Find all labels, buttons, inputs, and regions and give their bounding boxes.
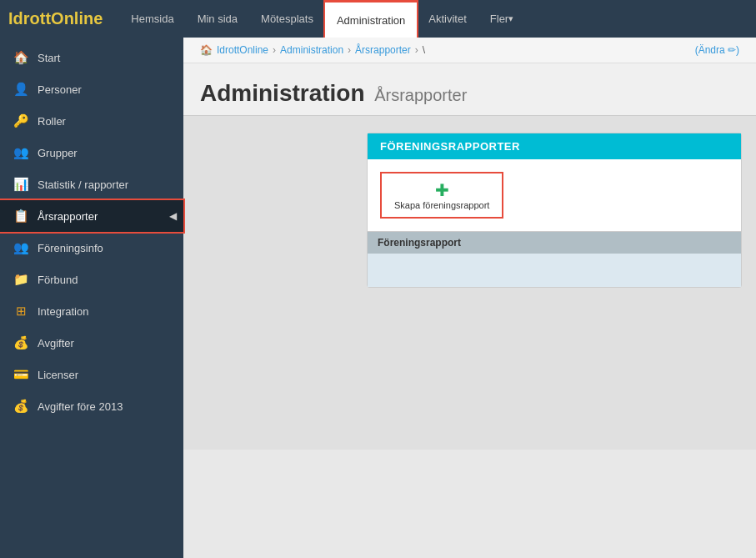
sidebar-item-personer[interactable]: 👤 Personer xyxy=(0,73,183,105)
avgifter2013-icon: 💰 xyxy=(13,399,29,414)
sidebar-label-statistik: Statistik / rapporter xyxy=(38,178,128,191)
panel-body: ✚ Skapa föreningsrapport xyxy=(368,159,741,231)
create-report-button[interactable]: ✚ Skapa föreningsrapport xyxy=(380,172,503,219)
forbund-icon: 📁 xyxy=(13,272,29,287)
sidebar-item-start[interactable]: 🏠 Start xyxy=(0,42,183,73)
main-content: 🏠 IdrottOnline › Administration › Årsrap… xyxy=(183,38,756,558)
nav-administration[interactable]: Administration xyxy=(325,0,417,38)
sidebar: 🏠 Start 👤 Personer 🔑 Roller 👥 Grupper 📊 … xyxy=(0,38,183,558)
breadcrumb: 🏠 IdrottOnline › Administration › Årsrap… xyxy=(200,44,425,56)
create-button-label: Skapa föreningsrapport xyxy=(394,200,489,210)
page-title: Administration xyxy=(200,80,365,106)
sidebar-item-foreningsinfo[interactable]: 👥 Föreningsinfo xyxy=(0,232,183,264)
breadcrumb-home-link[interactable]: IdrottOnline xyxy=(217,44,268,56)
breadcrumb-home-icon: 🏠 xyxy=(200,44,213,56)
statistik-icon: 📊 xyxy=(13,177,29,192)
home-icon: 🏠 xyxy=(13,50,29,65)
avgifter-icon: 💰 xyxy=(13,335,29,350)
nav-min-sida[interactable]: Min sida xyxy=(186,0,249,38)
page-header: Administration Årsrapporter xyxy=(183,63,756,116)
breadcrumb-current: \ xyxy=(423,44,425,56)
sidebar-item-roller[interactable]: 🔑 Roller xyxy=(0,105,183,137)
sidebar-item-forbund[interactable]: 📁 Förbund xyxy=(0,264,183,295)
content-area: FÖRENINGSRAPPORTER ✚ Skapa föreningsrapp… xyxy=(183,116,756,450)
integration-icon: ⊞ xyxy=(13,304,29,319)
licenser-icon: 💳 xyxy=(13,367,29,382)
panel-container: FÖRENINGSRAPPORTER ✚ Skapa föreningsrapp… xyxy=(367,133,742,288)
sidebar-item-statistik[interactable]: 📊 Statistik / rapporter xyxy=(0,168,183,200)
arsrapporter-icon: 📋 xyxy=(13,209,29,224)
nav-hemsida[interactable]: Hemsida xyxy=(119,0,185,38)
sidebar-item-avgifter-2013[interactable]: 💰 Avgifter före 2013 xyxy=(0,390,183,422)
sidebar-label-avgifter: Avgifter xyxy=(38,337,74,349)
sidebar-item-licenser[interactable]: 💳 Licenser xyxy=(0,359,183,390)
sidebar-label-avgifter-2013: Avgifter före 2013 xyxy=(38,400,123,413)
sidebar-label-licenser: Licenser xyxy=(38,369,78,381)
main-layout: 🏠 Start 👤 Personer 🔑 Roller 👥 Grupper 📊 … xyxy=(0,38,756,558)
grupper-icon: 👥 xyxy=(13,145,29,160)
plus-icon: ✚ xyxy=(394,180,489,200)
sidebar-label-personer: Personer xyxy=(38,83,82,96)
roller-icon: 🔑 xyxy=(13,113,29,128)
person-icon: 👤 xyxy=(13,82,29,97)
panel-header: FÖRENINGSRAPPORTER xyxy=(368,133,741,159)
nav-fler[interactable]: Fler xyxy=(478,0,525,38)
sidebar-item-avgifter[interactable]: 💰 Avgifter xyxy=(0,327,183,359)
breadcrumb-arsrapporter-link[interactable]: Årsrapporter xyxy=(355,44,411,56)
sidebar-label-integration: Integration xyxy=(38,305,88,318)
nav-items: Hemsida Min sida Mötesplats Administrati… xyxy=(119,0,525,38)
panel-list-body xyxy=(368,254,741,287)
breadcrumb-admin-link[interactable]: Administration xyxy=(280,44,343,56)
sidebar-item-integration[interactable]: ⊞ Integration xyxy=(0,295,183,327)
panel-list-header: Föreningsrapport xyxy=(368,231,741,254)
logo: IdrottOnline xyxy=(8,9,103,28)
nav-motesplats[interactable]: Mötesplats xyxy=(249,0,325,38)
sidebar-item-arsrapporter[interactable]: 📋 Årsrapporter xyxy=(0,200,183,232)
sidebar-label-grupper: Grupper xyxy=(38,147,78,159)
nav-aktivitet[interactable]: Aktivitet xyxy=(417,0,478,38)
breadcrumb-change-link[interactable]: (Ändra ✏) xyxy=(695,44,739,56)
top-navigation: IdrottOnline Hemsida Min sida Mötesplats… xyxy=(0,0,756,38)
page-subtitle: Årsrapporter xyxy=(374,86,467,104)
sidebar-label-roller: Roller xyxy=(38,115,66,128)
sidebar-label-start: Start xyxy=(38,52,60,64)
breadcrumb-bar: 🏠 IdrottOnline › Administration › Årsrap… xyxy=(183,38,756,63)
sidebar-label-foreningsinfo: Föreningsinfo xyxy=(38,242,103,254)
foreningsinfo-icon: 👥 xyxy=(13,240,29,255)
sidebar-label-arsrapporter: Årsrapporter xyxy=(38,210,98,223)
sidebar-item-grupper[interactable]: 👥 Grupper xyxy=(0,137,183,168)
sidebar-label-forbund: Förbund xyxy=(38,274,78,286)
logo-text: IdrottOnline xyxy=(8,9,103,28)
